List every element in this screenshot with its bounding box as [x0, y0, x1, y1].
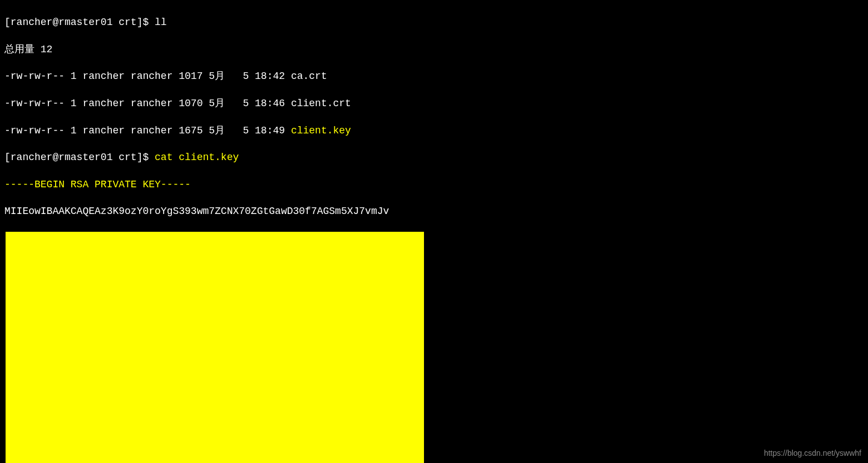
file-name-2: client.crt	[291, 98, 351, 109]
command-line-1: [rancher@rmaster01 crt]$ ll	[4, 16, 864, 29]
file-row-1: -rw-rw-r-- 1 rancher rancher 1017 5月 5 1…	[4, 69, 864, 83]
key-content-line-1: MIIEowIBAAKCAQEAz3K9ozY0roYgS393wm7ZCNX7…	[4, 205, 864, 218]
prompt-2: [rancher@rmaster01 crt]$	[4, 152, 155, 163]
file-perms-1: -rw-rw-r-- 1 rancher rancher 1017 5月 5 1…	[4, 71, 291, 82]
file-name-3: client.key	[291, 125, 351, 136]
key-begin-marker: -----BEGIN RSA PRIVATE KEY-----	[4, 178, 864, 191]
file-row-3: -rw-rw-r-- 1 rancher rancher 1675 5月 5 1…	[4, 124, 864, 137]
file-perms-2: -rw-rw-r-- 1 rancher rancher 1070 5月 5 1…	[4, 98, 291, 109]
file-row-2: -rw-rw-r-- 1 rancher rancher 1070 5月 5 1…	[4, 97, 864, 110]
redacted-key-content	[6, 232, 424, 463]
total-line: 总用量 12	[4, 43, 864, 56]
command-ll: ll	[155, 17, 167, 28]
file-perms-3: -rw-rw-r-- 1 rancher rancher 1675 5月 5 1…	[4, 125, 291, 136]
command-line-2: [rancher@rmaster01 crt]$ cat client.key	[4, 151, 864, 164]
file-name-1: ca.crt	[291, 71, 327, 82]
watermark-text: https://blog.csdn.net/yswwhf	[764, 448, 861, 459]
terminal-output: [rancher@rmaster01 crt]$ ll 总用量 12 -rw-r…	[0, 0, 868, 463]
command-cat: cat client.key	[155, 152, 239, 163]
prompt-1: [rancher@rmaster01 crt]$	[4, 17, 155, 28]
